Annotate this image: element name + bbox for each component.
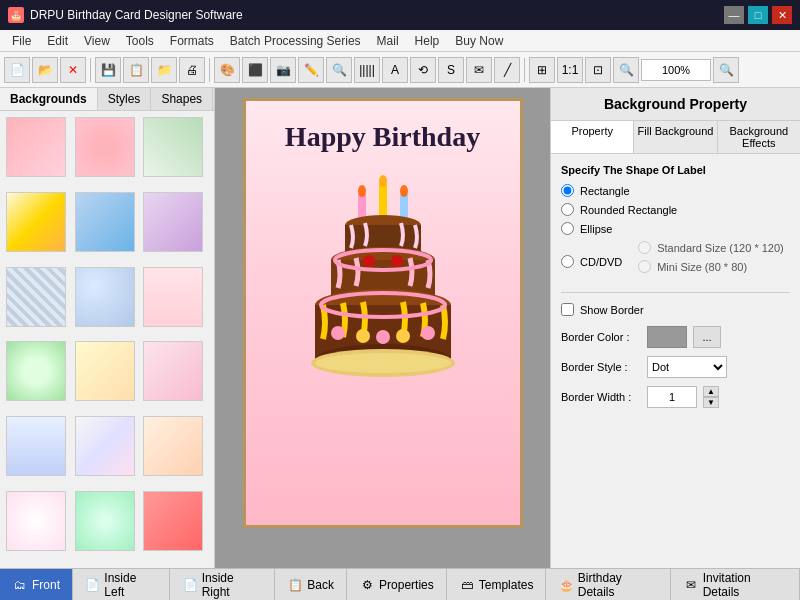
open2-button[interactable]: 📁 <box>151 57 177 83</box>
tb-btn-13[interactable]: S <box>438 57 464 83</box>
radio-rectangle: Rectangle <box>561 184 790 197</box>
tab-property[interactable]: Property <box>551 121 634 153</box>
zoom-input[interactable]: 100% <box>641 59 711 81</box>
svg-point-4 <box>379 175 387 187</box>
tb-btn-6[interactable]: ⬛ <box>242 57 268 83</box>
tab-styles[interactable]: Styles <box>98 88 152 110</box>
tb-btn-15[interactable]: ╱ <box>494 57 520 83</box>
thumb-15[interactable] <box>143 416 203 476</box>
border-width-label: Border Width : <box>561 391 641 403</box>
thumb-9[interactable] <box>143 267 203 327</box>
tab-templates[interactable]: 🗃 Templates <box>447 569 547 600</box>
tb-btn-17[interactable]: 1:1 <box>557 57 583 83</box>
tab-inside-left[interactable]: 📄 Inside Left <box>73 569 170 600</box>
zoom-out-button[interactable]: 🔍 <box>713 57 739 83</box>
mini-size-label[interactable]: Mini Size (80 * 80) <box>657 261 747 273</box>
open-button[interactable]: 📂 <box>32 57 58 83</box>
thumb-5[interactable] <box>75 192 135 252</box>
inside-right-label: Inside Right <box>202 571 263 599</box>
back-icon: 📋 <box>287 577 303 593</box>
thumb-12[interactable] <box>143 341 203 401</box>
thumb-7[interactable] <box>6 267 66 327</box>
show-border-checkbox[interactable] <box>561 303 574 316</box>
mini-size-radio[interactable] <box>638 260 651 273</box>
new-button[interactable]: 📄 <box>4 57 30 83</box>
tab-fill-background[interactable]: Fill Background <box>634 121 717 153</box>
thumb-14[interactable] <box>75 416 135 476</box>
templates-label: Templates <box>479 578 534 592</box>
main-area: Backgrounds Styles Shapes <box>0 88 800 568</box>
tb-btn-16[interactable]: ⊞ <box>529 57 555 83</box>
tb-btn-14[interactable]: ✉ <box>466 57 492 83</box>
maximize-button[interactable]: □ <box>748 6 768 24</box>
tab-back[interactable]: 📋 Back <box>275 569 347 600</box>
menu-mail[interactable]: Mail <box>369 32 407 50</box>
thumb-8[interactable] <box>75 267 135 327</box>
thumb-1[interactable] <box>6 117 66 177</box>
border-style-select[interactable]: Dot Dash Solid Double <box>647 356 727 378</box>
tab-invitation-details[interactable]: ✉ Invitation Details <box>671 569 800 600</box>
border-color-swatch[interactable] <box>647 326 687 348</box>
thumbnails-grid <box>0 111 214 568</box>
tb-btn-8[interactable]: ✏️ <box>298 57 324 83</box>
tab-background-effects[interactable]: Background Effects <box>718 121 800 153</box>
tb-btn-9[interactable]: 🔍 <box>326 57 352 83</box>
menu-formats[interactable]: Formats <box>162 32 222 50</box>
ellipse-radio[interactable] <box>561 222 574 235</box>
thumb-16[interactable] <box>6 491 66 551</box>
thumb-2[interactable] <box>75 117 135 177</box>
print-button[interactable]: 🖨 <box>179 57 205 83</box>
tb-btn-5[interactable]: 🎨 <box>214 57 240 83</box>
menu-file[interactable]: File <box>4 32 39 50</box>
thumb-18[interactable] <box>143 491 203 551</box>
menu-help[interactable]: Help <box>407 32 448 50</box>
menu-view[interactable]: View <box>76 32 118 50</box>
rectangle-radio[interactable] <box>561 184 574 197</box>
thumb-17[interactable] <box>75 491 135 551</box>
ellipse-label[interactable]: Ellipse <box>580 223 612 235</box>
standard-size-radio[interactable] <box>638 241 651 254</box>
spin-down-button[interactable]: ▼ <box>703 397 719 408</box>
rounded-rect-radio[interactable] <box>561 203 574 216</box>
border-width-input[interactable]: 1 <box>647 386 697 408</box>
thumb-3[interactable] <box>143 117 203 177</box>
tb-btn-7[interactable]: 📷 <box>270 57 296 83</box>
tab-properties[interactable]: ⚙ Properties <box>347 569 447 600</box>
menu-buynow[interactable]: Buy Now <box>447 32 511 50</box>
title-bar: 🎂 DRPU Birthday Card Designer Software —… <box>0 0 800 30</box>
tb-btn-10[interactable]: ||||| <box>354 57 380 83</box>
thumb-6[interactable] <box>143 192 203 252</box>
thumb-4[interactable] <box>6 192 66 252</box>
show-border-label[interactable]: Show Border <box>580 304 644 316</box>
tab-backgrounds[interactable]: Backgrounds <box>0 88 98 110</box>
menu-batch[interactable]: Batch Processing Series <box>222 32 369 50</box>
tb-btn-12[interactable]: ⟲ <box>410 57 436 83</box>
menu-tools[interactable]: Tools <box>118 32 162 50</box>
app-title: DRPU Birthday Card Designer Software <box>30 8 243 22</box>
rounded-rect-label[interactable]: Rounded Rectangle <box>580 204 677 216</box>
menu-edit[interactable]: Edit <box>39 32 76 50</box>
tb-btn-11[interactable]: A <box>382 57 408 83</box>
page-setup-button[interactable]: 📋 <box>123 57 149 83</box>
zoom-in-button[interactable]: 🔍 <box>613 57 639 83</box>
tab-shapes[interactable]: Shapes <box>151 88 213 110</box>
delete-button[interactable]: ✕ <box>60 57 86 83</box>
thumb-13[interactable] <box>6 416 66 476</box>
invitation-details-label: Invitation Details <box>703 571 787 599</box>
tb-btn-18[interactable]: ⊡ <box>585 57 611 83</box>
spin-up-button[interactable]: ▲ <box>703 386 719 397</box>
thumb-11[interactable] <box>75 341 135 401</box>
cd-dvd-radio[interactable] <box>561 255 574 268</box>
standard-size-label[interactable]: Standard Size (120 * 120) <box>657 242 784 254</box>
tab-front[interactable]: 🗂 Front <box>0 569 73 600</box>
thumb-10[interactable] <box>6 341 66 401</box>
tab-birthday-details[interactable]: 🎂 Birthday Details <box>546 569 671 600</box>
card-inner: Happy Birthday <box>246 101 520 525</box>
border-color-picker-button[interactable]: ... <box>693 326 721 348</box>
close-button[interactable]: ✕ <box>772 6 792 24</box>
rectangle-label[interactable]: Rectangle <box>580 185 630 197</box>
minimize-button[interactable]: — <box>724 6 744 24</box>
tab-inside-right[interactable]: 📄 Inside Right <box>170 569 275 600</box>
cd-dvd-label[interactable]: CD/DVD <box>580 256 622 268</box>
save-button[interactable]: 💾 <box>95 57 121 83</box>
